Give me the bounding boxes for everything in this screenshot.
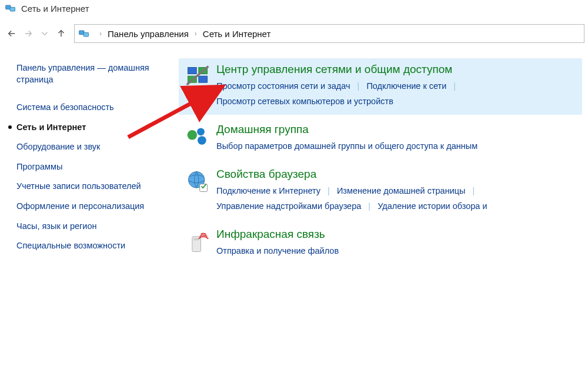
- category-title[interactable]: Домашняя группа: [216, 123, 576, 136]
- svg-point-10: [198, 136, 206, 145]
- sidebar-item-user-accounts[interactable]: Учетные записи пользователей: [16, 177, 158, 197]
- category-link[interactable]: Отправка и получение файлов: [216, 246, 339, 255]
- svg-rect-3: [83, 32, 88, 36]
- network-center-icon: [185, 64, 211, 90]
- sidebar-item-ease-of-access[interactable]: Специальные возможности: [16, 236, 158, 256]
- forward-button[interactable]: [20, 25, 36, 42]
- chevron-right-icon[interactable]: ›: [96, 29, 105, 38]
- category-internet-options: Свойства браузера Подключение к Интернет…: [179, 163, 582, 220]
- back-button[interactable]: [4, 25, 20, 42]
- sidebar-item-appearance[interactable]: Оформление и персонализация: [16, 197, 158, 217]
- content-area: Панель управления — домашняя страница Си…: [0, 49, 588, 268]
- network-icon: [78, 28, 90, 39]
- category-link[interactable]: Удаление истории обзора и: [377, 201, 487, 211]
- link-separator: |: [353, 81, 365, 91]
- breadcrumb-root[interactable]: Панель управления: [105, 29, 191, 39]
- window-title-bar: Сеть и Интернет: [0, 0, 588, 16]
- category-link[interactable]: Подключение к Интернету: [216, 186, 320, 195]
- category-network-sharing: Центр управления сетями и общим доступом…: [179, 58, 582, 115]
- window-title-text: Сеть и Интернет: [21, 4, 89, 14]
- main-panel: Центр управления сетями и общим доступом…: [165, 58, 582, 268]
- category-title[interactable]: Свойства браузера: [216, 168, 576, 181]
- network-icon: [5, 2, 16, 14]
- sidebar-item-network-internet[interactable]: Сеть и Интернет: [16, 118, 158, 138]
- link-separator: |: [363, 201, 375, 211]
- infrared-icon: [185, 229, 211, 255]
- svg-rect-14: [194, 238, 199, 241]
- category-title[interactable]: Инфракрасная связь: [216, 228, 576, 241]
- sidebar-home[interactable]: Панель управления — домашняя страница: [16, 58, 158, 89]
- address-bar[interactable]: › Панель управления › Сеть и Интернет: [74, 24, 584, 43]
- link-separator: |: [449, 81, 460, 91]
- category-title[interactable]: Центр управления сетями и общим доступом: [216, 63, 576, 76]
- recent-dropdown[interactable]: [36, 25, 53, 42]
- svg-point-9: [197, 128, 205, 136]
- link-separator: |: [323, 186, 335, 195]
- globe-settings-icon: [185, 169, 211, 195]
- category-link[interactable]: Управление надстройками браузера: [216, 201, 361, 211]
- category-link[interactable]: Выбор параметров домашней группы и общег…: [216, 141, 477, 151]
- category-link[interactable]: Изменение домашней страницы: [337, 186, 466, 195]
- nav-bar: › Панель управления › Сеть и Интернет: [0, 22, 588, 49]
- homegroup-icon: [185, 124, 211, 150]
- category-homegroup: Домашняя группа Выбор параметров домашне…: [179, 118, 582, 160]
- sidebar-item-hardware-sound[interactable]: Оборудование и звук: [16, 137, 158, 157]
- sidebar-item-clock-language-region[interactable]: Часы, язык и регион: [16, 217, 158, 237]
- sidebar: Панель управления — домашняя страница Си…: [6, 58, 165, 268]
- category-link[interactable]: Подключение к сети: [366, 81, 446, 91]
- link-separator: |: [468, 186, 480, 195]
- svg-point-8: [188, 130, 198, 140]
- category-infrared: Инфракрасная связь Отправка и получение …: [179, 223, 582, 264]
- chevron-right-icon[interactable]: ›: [191, 29, 201, 38]
- svg-rect-4: [188, 68, 197, 74]
- sidebar-item-system-security[interactable]: Система и безопасность: [16, 98, 158, 118]
- svg-rect-1: [10, 7, 15, 11]
- category-link[interactable]: Просмотр сетевых компьютеров и устройств: [216, 97, 393, 106]
- svg-rect-7: [199, 76, 208, 82]
- up-button[interactable]: [53, 25, 69, 42]
- category-link[interactable]: Просмотр состояния сети и задач: [216, 81, 350, 91]
- breadcrumb-current[interactable]: Сеть и Интернет: [201, 29, 273, 39]
- sidebar-item-programs[interactable]: Программы: [16, 157, 158, 177]
